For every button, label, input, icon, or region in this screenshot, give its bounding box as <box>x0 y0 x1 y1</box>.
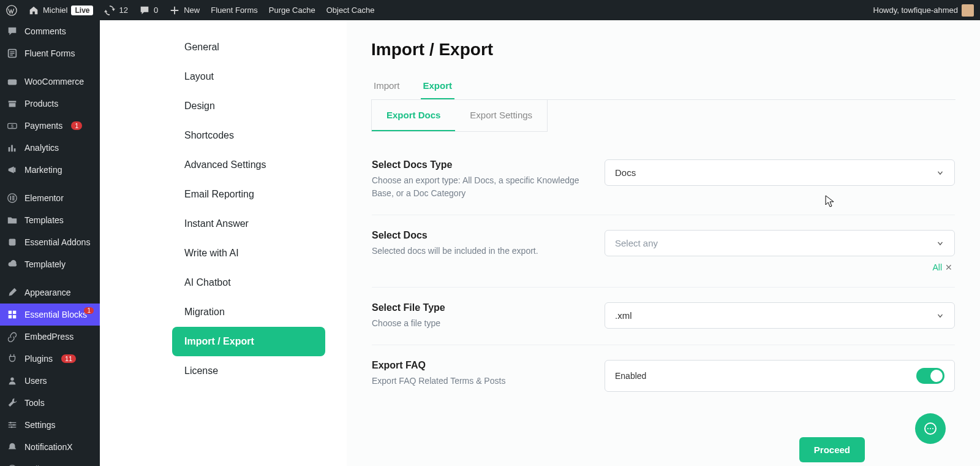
row-file-type: Select File Type Choose a file type .xml <box>372 288 955 345</box>
row-select-docs: Select Docs Selected docs will be includ… <box>372 215 955 288</box>
account-menu[interactable]: Howdy, towfique-ahmed <box>872 4 976 17</box>
page-title: Import / Export <box>371 40 956 59</box>
row-export-faq: Export FAQ Export FAQ Related Terms & Po… <box>372 345 955 407</box>
sidebar-item-products[interactable]: Products <box>0 93 100 115</box>
export-faq-toggle[interactable] <box>916 368 944 384</box>
chat-fab[interactable] <box>915 413 946 444</box>
sidebar-item-elementor[interactable]: Elementor <box>0 187 100 209</box>
sidebar-item-plugins[interactable]: Plugins11 <box>0 348 100 370</box>
wrench-icon <box>7 397 18 408</box>
comments-menu[interactable]: 0 <box>138 5 159 16</box>
sidebar-item-woocommerce[interactable]: WooCommerce <box>0 71 100 93</box>
row-docs-type: Select Docs Type Choose an export type: … <box>372 145 955 215</box>
sidebar-item-appearance[interactable]: Appearance <box>0 281 100 304</box>
export-faq-value: Enabled <box>615 371 646 381</box>
sidebar-item-comments[interactable]: Comments <box>0 20 100 42</box>
snav-ai-chatbot[interactable]: AI Chatbot <box>172 268 325 297</box>
sidebar-item-templately[interactable]: Templately <box>0 253 100 275</box>
svg-rect-13 <box>9 239 16 246</box>
svg-point-26 <box>932 428 933 429</box>
close-icon[interactable]: ✕ <box>945 262 952 272</box>
admin-sidebar: Comments Fluent Forms WooCommerce Produc… <box>0 20 100 466</box>
sidebar-collapse[interactable]: Collapse menu <box>0 458 100 466</box>
all-chip[interactable]: All ✕ <box>932 262 952 272</box>
sub-tabs: Export Docs Export Settings <box>371 100 548 132</box>
subtab-export-docs[interactable]: Export Docs <box>372 100 455 131</box>
snav-design[interactable]: Design <box>172 91 325 121</box>
sidebar-item-payments[interactable]: $Payments1 <box>0 115 100 137</box>
sidebar-item-fluent-forms[interactable]: Fluent Forms <box>0 42 100 64</box>
badge: 11 <box>61 354 76 363</box>
sidebar-item-templates[interactable]: Templates <box>0 209 100 231</box>
money-icon: $ <box>7 120 18 131</box>
new-label: New <box>184 6 200 15</box>
svg-rect-11 <box>12 197 15 199</box>
badge: 1 <box>71 121 82 130</box>
site-name-menu[interactable]: Michiel Live <box>27 5 94 16</box>
sidebar-item-essential-blocks[interactable]: Essential Blocks1 <box>0 304 100 326</box>
updates-menu[interactable]: 12 <box>103 5 129 16</box>
snav-general[interactable]: General <box>172 32 325 62</box>
select-docs[interactable]: Select any <box>605 230 955 256</box>
brush-icon <box>7 287 18 298</box>
link-icon <box>7 331 18 342</box>
snav-advanced-settings[interactable]: Advanced Settings <box>172 150 325 180</box>
chart-bar-icon <box>7 142 18 153</box>
sidebar-item-notificationx[interactable]: NotificationX <box>0 436 100 458</box>
snav-shortcodes[interactable]: Shortcodes <box>172 121 325 150</box>
main-tabs: Import Export <box>371 74 956 100</box>
label-file-type: Select File Type <box>372 302 592 313</box>
adminbar-link-object-cache[interactable]: Object Cache <box>325 6 376 15</box>
form-icon <box>7 48 18 59</box>
elementor-icon <box>7 193 18 204</box>
sidebar-item-marketing[interactable]: Marketing <box>0 159 100 181</box>
folder-icon <box>7 215 18 226</box>
snav-email-reporting[interactable]: Email Reporting <box>172 180 325 209</box>
new-content-menu[interactable]: New <box>168 5 201 16</box>
addon-icon <box>7 237 18 248</box>
tab-import[interactable]: Import <box>371 74 402 99</box>
select-docs-type[interactable]: Docs <box>605 159 955 186</box>
adminbar-link-purge-cache[interactable]: Purge Cache <box>268 6 317 15</box>
comment-count: 0 <box>154 6 158 15</box>
wp-logo-menu[interactable] <box>5 5 18 16</box>
chevron-down-icon <box>936 239 944 248</box>
site-name: Michiel <box>43 6 67 15</box>
svg-point-21 <box>11 426 13 428</box>
cloud-icon <box>7 259 18 270</box>
svg-rect-3 <box>9 101 17 103</box>
svg-point-19 <box>10 422 12 424</box>
sidebar-item-essential-addons[interactable]: Essential Addons <box>0 231 100 253</box>
snav-import-export[interactable]: Import / Export <box>172 327 325 356</box>
snav-layout[interactable]: Layout <box>172 62 325 91</box>
proceed-button[interactable]: Proceed <box>799 437 865 462</box>
select-docs-placeholder: Select any <box>615 238 658 248</box>
collapse-icon <box>7 464 18 466</box>
snav-migration[interactable]: Migration <box>172 297 325 327</box>
woo-icon <box>7 76 18 87</box>
home-icon <box>28 5 39 16</box>
sidebar-item-tools[interactable]: Tools <box>0 392 100 414</box>
snav-instant-answer[interactable]: Instant Answer <box>172 209 325 239</box>
live-badge: Live <box>71 6 93 15</box>
svg-rect-14 <box>9 311 12 314</box>
select-file-type[interactable]: .xml <box>605 302 955 329</box>
bell-icon <box>7 441 18 453</box>
plus-icon <box>169 5 180 16</box>
sidebar-item-embedpress[interactable]: EmbedPress <box>0 326 100 348</box>
sidebar-item-analytics[interactable]: Analytics <box>0 137 100 159</box>
blocks-icon <box>7 309 18 320</box>
snav-license[interactable]: License <box>172 356 325 386</box>
svg-rect-9 <box>10 196 11 200</box>
snav-write-with-ai[interactable]: Write with AI <box>172 239 325 268</box>
chevron-down-icon <box>936 311 944 320</box>
sidebar-item-settings[interactable]: Settings <box>0 414 100 436</box>
user-icon <box>7 375 18 386</box>
export-faq-toggle-row: Enabled <box>605 360 955 392</box>
tab-export[interactable]: Export <box>421 74 455 99</box>
admin-bar: Michiel Live 12 0 New Fluent Forms Purge… <box>0 0 980 20</box>
subtab-export-settings[interactable]: Export Settings <box>455 100 547 131</box>
adminbar-link-fluent-forms[interactable]: Fluent Forms <box>209 6 259 15</box>
sidebar-item-users[interactable]: Users <box>0 370 100 392</box>
select-docs-type-value: Docs <box>615 167 636 178</box>
